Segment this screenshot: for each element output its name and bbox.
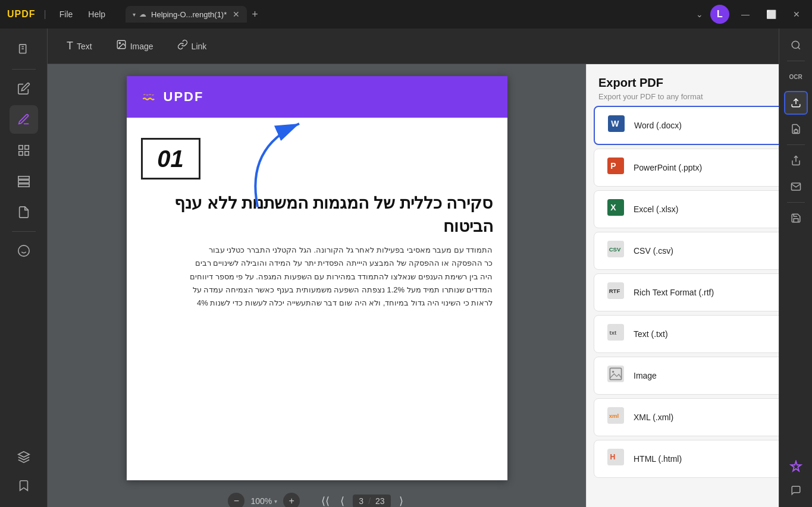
export-item-ppt-label: PowerPoint (.pptx) xyxy=(634,163,702,172)
pdf-area: UPDF 01 סקירה כללית של המגמות המשתנות לל… xyxy=(48,64,586,507)
zoom-minus-button[interactable]: − xyxy=(228,493,244,507)
sidebar-item-layers[interactable] xyxy=(10,443,38,471)
svg-point-10 xyxy=(18,245,29,256)
help-menu[interactable]: Help xyxy=(83,7,110,21)
sidebar-item-sticker[interactable] xyxy=(10,237,38,265)
export-item-html[interactable]: H HTML (.html) xyxy=(594,440,805,478)
svg-rect-4 xyxy=(24,146,28,149)
toolbar-separator-1: | xyxy=(308,496,311,506)
right-sidebar: OCR xyxy=(779,29,812,507)
right-comment-button[interactable] xyxy=(784,478,808,502)
export-item-excel[interactable]: X Excel (.xlsx) xyxy=(594,190,805,228)
pdf-header: UPDF xyxy=(127,76,507,118)
image-tool-button[interactable]: Image xyxy=(109,36,161,56)
svg-text:RTF: RTF xyxy=(609,288,620,294)
svg-point-15 xyxy=(119,42,120,43)
bottom-toolbar: − 100% ▾ + | ⟨⟨ ⟨ 3 / 23 ⟩ xyxy=(59,485,574,507)
logo-u: U xyxy=(7,9,15,19)
image-export-icon xyxy=(606,366,625,386)
export-item-txt-label: Text (.txt) xyxy=(634,329,668,339)
svg-text:W: W xyxy=(611,119,619,128)
page-current: 3 xyxy=(359,496,363,506)
sidebar-item-layout[interactable] xyxy=(10,136,38,165)
zoom-plus-button[interactable]: + xyxy=(283,493,300,507)
page-separator: / xyxy=(368,496,371,506)
export-item-word[interactable]: W Word (.docx) xyxy=(594,106,805,145)
right-sidebar-bottom xyxy=(784,455,808,502)
export-title: Export PDF xyxy=(598,76,800,90)
svg-rect-9 xyxy=(18,184,29,187)
sidebar-item-bookmark[interactable] xyxy=(10,471,38,500)
sidebar-item-annotate[interactable] xyxy=(10,105,38,134)
svg-text:CSV: CSV xyxy=(609,246,621,253)
sidebar-item-edit[interactable] xyxy=(10,74,38,103)
right-search-button[interactable] xyxy=(784,33,808,57)
svg-text:xml: xml xyxy=(609,412,619,419)
app-logo: UPDF xyxy=(7,9,36,20)
svg-rect-8 xyxy=(18,180,29,183)
file-menu[interactable]: File xyxy=(55,7,78,21)
link-tool-button[interactable]: Link xyxy=(170,36,214,56)
svg-point-36 xyxy=(792,41,799,48)
right-ai-button[interactable] xyxy=(784,455,808,478)
maximize-button[interactable]: ⬜ xyxy=(761,7,781,21)
export-panel: Export PDF Export your PDF to any format… xyxy=(586,64,812,507)
minimize-button[interactable]: — xyxy=(736,7,754,21)
avatar[interactable]: L xyxy=(710,5,729,24)
svg-point-31 xyxy=(612,371,615,373)
sidebar-item-organize[interactable] xyxy=(10,167,38,196)
right-email-button[interactable] xyxy=(784,175,808,199)
image-tool-label: Image xyxy=(130,42,153,51)
export-item-rtf[interactable]: RTF Rich Text Format (.rtf) xyxy=(594,273,805,311)
export-item-csv[interactable]: CSV CSV (.csv) xyxy=(594,232,805,270)
export-item-image[interactable]: Image xyxy=(594,357,805,395)
export-item-excel-label: Excel (.xlsx) xyxy=(634,204,678,214)
main-layout: T Text Image Link xyxy=(0,29,812,507)
pdf-body-line-3: היה בין רשימת הענפים שנאלצו להתמודד במהי… xyxy=(141,270,493,284)
tab-file[interactable]: ▾ ☁ Helping-O...rength(1)* ✕ xyxy=(126,6,247,23)
tab-dropdown-icon[interactable]: ▾ xyxy=(133,11,136,18)
link-tool-label: Link xyxy=(192,42,207,51)
zoom-dropdown-icon[interactable]: ▾ xyxy=(274,498,277,505)
page-total: 23 xyxy=(375,496,385,506)
text-tool-button[interactable]: T Text xyxy=(59,36,99,56)
tab-close-button[interactable]: ✕ xyxy=(233,10,240,19)
right-save-button[interactable] xyxy=(784,206,808,230)
excel-icon: X xyxy=(606,199,625,219)
sidebar-bottom xyxy=(10,443,38,500)
right-sep-2 xyxy=(787,144,805,145)
tab-filename: Helping-O...rength(1)* xyxy=(151,10,227,19)
pdf-content: 01 סקירה כללית של המגמות המשתנות ללא ענף… xyxy=(127,118,507,310)
close-window-button[interactable]: ✕ xyxy=(788,7,805,21)
nav-first-button[interactable]: ⟨⟨ xyxy=(319,492,332,507)
link-tool-icon xyxy=(177,39,188,53)
expand-button[interactable]: ⌄ xyxy=(696,10,703,19)
export-item-html-label: HTML (.html) xyxy=(634,454,682,464)
export-item-ppt[interactable]: P PowerPoint (.pptx) xyxy=(594,149,805,187)
nav-next-button[interactable]: ⟩ xyxy=(397,492,406,507)
right-ocr-button[interactable]: OCR xyxy=(784,65,808,89)
word-icon: W xyxy=(607,115,626,136)
right-file-protect-button[interactable] xyxy=(784,117,808,141)
pdf-title: סקירה כללית של המגמות המשתנות ללא ענף הב… xyxy=(141,191,493,238)
new-tab-button[interactable]: + xyxy=(252,8,258,21)
svg-rect-5 xyxy=(18,152,22,155)
right-share-button[interactable] xyxy=(784,149,808,172)
sidebar-item-combine[interactable] xyxy=(10,198,38,226)
svg-line-37 xyxy=(798,47,800,49)
export-item-xml-label: XML (.xml) xyxy=(634,412,673,422)
export-item-xml[interactable]: xml XML (.xml) xyxy=(594,398,805,436)
pdf-export-row: UPDF 01 סקירה כללית של המגמות המשתנות לל… xyxy=(48,64,812,507)
html-export-icon: H xyxy=(606,449,625,469)
nav-prev-button[interactable]: ⟨ xyxy=(338,492,347,507)
pdf-logo-waves-icon xyxy=(141,89,158,105)
zoom-display: 100% ▾ xyxy=(250,496,277,506)
right-export-button[interactable] xyxy=(784,91,808,115)
sidebar-item-pages[interactable] xyxy=(10,36,38,64)
text-tool-icon: T xyxy=(67,40,73,52)
svg-rect-3 xyxy=(18,146,22,149)
pdf-number: 01 xyxy=(157,146,184,172)
svg-text:txt: txt xyxy=(610,329,617,336)
export-item-txt[interactable]: txt Text (.txt) xyxy=(594,315,805,353)
pdf-page: UPDF 01 סקירה כללית של המגמות המשתנות לל… xyxy=(127,76,507,480)
